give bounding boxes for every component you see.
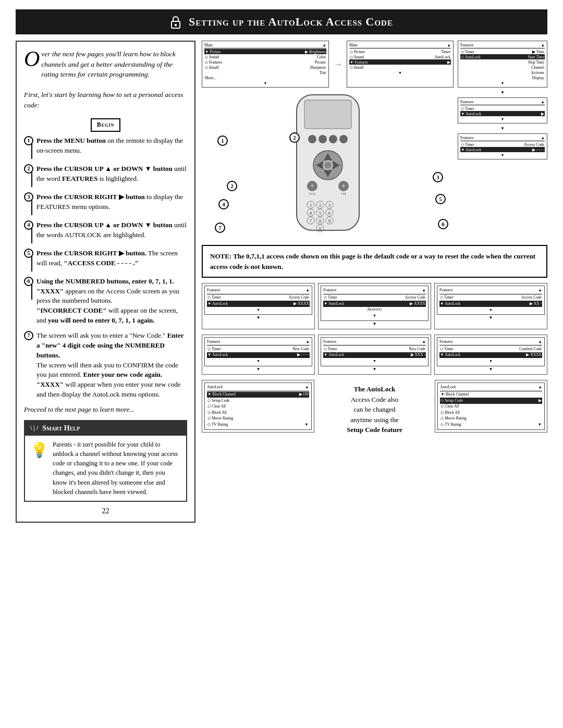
smart-help-title: Smart Help [42, 423, 80, 434]
arrow-right-1: → [333, 41, 342, 88]
fal-timer-row: ◇ Timer [460, 106, 545, 111]
main-menu-screen-2: Main▲ ◇ PictureTimer ◇ SoundAutoLock ▼ F… [347, 41, 454, 88]
ft-footer: ▼ [460, 81, 545, 85]
am2-inner: AutoLock▲ ▼ Block Channel ◇ Setup Code▶ … [437, 382, 545, 430]
am2-setup-code: ◇ Setup Code▶ [440, 398, 542, 404]
bc-timer-row: ◇ TimerConfirm Code [439, 346, 542, 352]
svg-point-6 [329, 135, 337, 143]
features-autolock-screen: Features▲ ◇ Timer ▼ AutoLock▶ ▼ [458, 97, 547, 124]
bnx-header: Features▲ [323, 339, 426, 346]
step-6-text: Using the NUMBERED buttons, enter 0, 7, … [36, 277, 187, 326]
am2-block-channel: ▼ Block Channel [440, 392, 542, 398]
svg-text:CH: CH [341, 192, 346, 196]
svg-text:6: 6 [328, 211, 331, 216]
bs-xx-screen: Features▲ ◇ TimerAccess Code ▼ AutoLock▶… [434, 283, 547, 329]
screen1-picture-row: ▼ Picture▶ Brightness [204, 49, 326, 54]
bc-autolock-row: ▼ AutoLock▶ XXXX [439, 352, 542, 359]
badge-4: 4 [218, 199, 229, 209]
bi-down-arrow: ▼ [321, 321, 429, 327]
svg-text:VOL: VOL [308, 192, 315, 196]
left-column: O ver the next few pages you'll learn ho… [16, 41, 195, 523]
fal-autolock-row: ▼ AutoLock▶ [460, 111, 545, 116]
fal-header: Features▲ [460, 100, 545, 105]
am2-tv-rating: ◇ TV Rating▼ [440, 422, 542, 428]
final-row: AutoLock▲ ▼ Block Channel▶ Off ◇ Setup C… [202, 380, 547, 435]
screen2-sound-row: ◇ SoundAutoLock [349, 54, 451, 59]
bxx-autolock-row: ▼ AutoLock▶ XX - [439, 301, 542, 307]
step-4-number: 4 [24, 220, 34, 230]
remote-illustration: + + VOL CH 1 2 3 4 5 6 7 8 [202, 90, 454, 241]
bs-xxxx-inner: Features▲ ◇ TimerAccess Code ▼ AutoLock▶… [204, 286, 312, 315]
ft-activate-row: Activate [460, 70, 545, 75]
intro-paragraph: O ver the next few pages you'll learn ho… [24, 49, 187, 110]
badge-2: 2 [289, 132, 300, 143]
bottom-screens-row1: Features▲ ◇ TimerAccess Code ▼ AutoLock▶… [202, 283, 547, 329]
note-box: NOTE: The 0,7,1,1 access code shown on t… [202, 245, 547, 278]
remote-svg: + + VOL CH 1 2 3 4 5 6 7 8 [260, 90, 396, 241]
badge-7: 7 [215, 223, 225, 233]
step-3-number: 3 [24, 192, 34, 202]
autolock-text-line1: The AutoLock [354, 385, 396, 393]
bnx-down-arrow: ▼ [321, 366, 429, 372]
step-2: 2 Press the CURSOR UP ▲ or DOWN ▼ button… [24, 164, 187, 187]
autolock-text-line4: anytime using the [350, 416, 398, 424]
bx-timer-row: ◇ TimerAccess Code [207, 295, 310, 301]
step-1-number: 1 [24, 136, 34, 145]
autolock-text-line3: can be changed [353, 405, 395, 413]
autolock-description: The AutoLock Access Code also can be cha… [319, 380, 431, 435]
bxx-footer: ▼ [439, 308, 542, 313]
bxx-timer-row: ◇ TimerAccess Code [439, 295, 542, 301]
bn-footer: ▼ [207, 359, 310, 364]
screen2-features-row: ▼ Features▶ [349, 59, 451, 65]
bi-inner: Features▲ ◇ TimerAccess Code ▼ AutoLock▶… [321, 286, 429, 321]
badge-1: 1 [217, 135, 228, 146]
step-6: 6 Using the NUMBERED buttons, enter 0, 7… [24, 277, 187, 326]
autolock-text-line2: Access Code also [351, 396, 399, 403]
right-column: Main▲ ▼ Picture▶ Brightness ◇ SoundColor… [202, 41, 547, 523]
bx-autolock-row: ▼ AutoLock▶ XXXX [207, 301, 310, 307]
am1-clear-all: ◇ Clear All [207, 404, 309, 410]
am2-movie-rating: ◇ Movie Rating [440, 416, 542, 422]
drop-cap: O [24, 48, 40, 70]
svg-text:+: + [310, 182, 314, 190]
step-3-text: Press the CURSOR RIGHT ▶ button to displ… [36, 192, 187, 212]
screen2-header: Main▲ [349, 43, 451, 48]
bnx-inner: Features▲ ◇ TimerNew Code ▼ AutoLock▶ XX… [321, 337, 429, 366]
svg-text:3: 3 [328, 203, 331, 208]
ac-timer-row: ◇ TimerAccess Code [460, 142, 545, 147]
bn-inner: Features▲ ◇ TimerNew Code ▼ AutoLock▶ - … [204, 337, 312, 366]
arrow-down-1: ▼ [458, 90, 547, 95]
bx-down-arrow: ▼ [204, 315, 312, 320]
step-4-text: Press the CURSOR UP ▲ or DOWN ▼ button u… [36, 220, 187, 240]
right-screens-col: Features▲ ◇ Timer▶ Time ◇ AutoLockStart … [458, 41, 547, 241]
ft-channel-row: Channel [460, 65, 545, 70]
lines-icon: \ | / [30, 424, 38, 433]
step-6-number: 6 [24, 277, 34, 286]
badge-3: 3 [433, 172, 443, 182]
svg-text:7: 7 [309, 218, 312, 224]
screen1-footer: ▼ [204, 81, 326, 85]
page-title: Setting up the AutoLock Access Code [189, 15, 393, 29]
main-menu-screen-1: Main▲ ▼ Picture▶ Brightness ◇ SoundColor… [202, 41, 329, 88]
bi-autolock-row: ▼ AutoLock▶ XXXX [323, 301, 426, 307]
svg-text:+: + [341, 182, 346, 190]
svg-point-7 [339, 135, 348, 143]
bs-xxxx-screen: Features▲ ◇ TimerAccess Code ▼ AutoLock▶… [202, 283, 315, 329]
ft-display-row: Display [460, 75, 545, 80]
am1-movie-rating: ◇ Movie Rating [207, 416, 309, 422]
ac-footer: ▼ [460, 153, 545, 157]
bn-header: Features▲ [207, 339, 310, 346]
lightbulb-icon: 💡 [30, 440, 48, 497]
bc-inner: Features▲ ◇ TimerConfirm Code ▼ AutoLock… [437, 337, 545, 366]
svg-point-14 [324, 162, 332, 169]
am2-header: AutoLock▲ [440, 385, 542, 391]
step-3: 3 Press the CURSOR RIGHT ▶ button to dis… [24, 192, 187, 215]
main-content: O ver the next few pages you'll learn ho… [16, 41, 547, 523]
step-5-number: 5 [24, 249, 34, 258]
am1-header: AutoLock▲ [207, 385, 309, 391]
intro-text-1: ver the next few pages you'll learn how … [41, 50, 175, 78]
autolock-text-line5: Setup Code feature [347, 426, 402, 434]
ft-header: Features▲ [460, 43, 545, 48]
screen1-install-row: ◇ InstallSharpness [204, 65, 326, 70]
svg-text:1: 1 [309, 203, 312, 208]
